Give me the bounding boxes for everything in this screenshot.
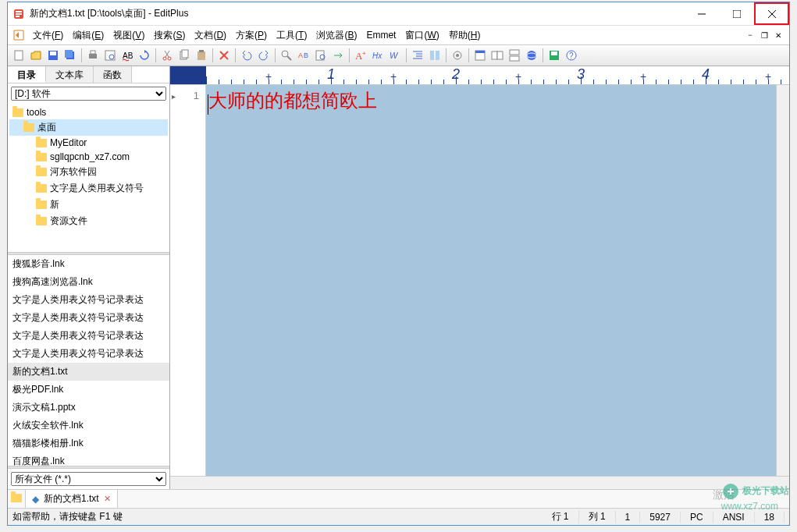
document-tab[interactable]: ◆ 新的文档1.txt ✕ xyxy=(25,489,118,509)
menu-item[interactable]: 编辑(E) xyxy=(68,28,109,42)
vertical-scrollbar[interactable] xyxy=(776,85,789,476)
copy-button[interactable] xyxy=(176,48,192,63)
file-list[interactable]: 搜狐影音.lnk搜狗高速浏览器.lnk文字是人类用表义符号记录表达文字是人类用表… xyxy=(8,255,169,466)
document-tabs: ◆ 新的文档1.txt ✕ xyxy=(8,489,789,508)
tree-item[interactable]: MyEditor xyxy=(9,136,168,150)
hex-button[interactable]: Hx xyxy=(370,48,386,63)
file-item[interactable]: 极光PDF.lnk xyxy=(8,381,169,399)
folder-icon[interactable] xyxy=(11,494,22,505)
svg-text:?: ? xyxy=(569,51,574,60)
svg-rect-5 xyxy=(733,10,741,18)
mdi-restore-button[interactable]: ❐ xyxy=(758,30,770,41)
file-item[interactable]: 新的文档1.txt xyxy=(8,363,169,381)
file-item[interactable]: 文字是人类用表义符号记录表达 xyxy=(8,309,169,327)
tree-item[interactable]: 资源文件 xyxy=(9,213,168,229)
svg-point-19 xyxy=(168,57,171,60)
help-button[interactable]: ? xyxy=(564,48,579,63)
file-item[interactable]: 文字是人类用表义符号记录表达 xyxy=(8,291,169,309)
print-button[interactable] xyxy=(85,48,101,63)
save-project-button[interactable] xyxy=(546,48,562,63)
maximize-button[interactable] xyxy=(719,2,754,25)
svg-line-29 xyxy=(287,56,291,60)
app-menu-icon[interactable] xyxy=(12,29,25,41)
file-item[interactable]: 火绒安全软件.lnk xyxy=(8,417,169,434)
splitter[interactable] xyxy=(8,466,169,469)
svg-rect-51 xyxy=(510,56,519,61)
drive-selector[interactable]: [D:] 软件 xyxy=(11,87,166,101)
column-button[interactable] xyxy=(427,48,443,63)
replace-button[interactable]: AB xyxy=(296,48,311,63)
window2-button[interactable] xyxy=(489,48,505,63)
menu-item[interactable]: Emmet xyxy=(361,28,400,42)
separator xyxy=(468,48,469,62)
find-button[interactable] xyxy=(279,48,294,63)
menu-item[interactable]: 文档(D) xyxy=(190,28,231,42)
tree-item[interactable]: 河东软件园 xyxy=(9,164,168,180)
tree-item[interactable]: tools xyxy=(9,105,168,119)
menu-item[interactable]: 帮助(H) xyxy=(444,28,486,42)
menu-item[interactable]: 方案(P) xyxy=(231,28,272,42)
svg-line-21 xyxy=(165,51,169,57)
menu-item[interactable]: 工具(T) xyxy=(272,28,311,42)
drive-dropdown[interactable]: [D:] 软件 xyxy=(11,87,166,101)
mdi-minimize-button[interactable]: － xyxy=(744,30,756,41)
indent-button[interactable] xyxy=(410,48,425,63)
menu-item[interactable]: 搜索(S) xyxy=(149,28,190,42)
svg-rect-3 xyxy=(16,16,20,17)
file-item[interactable]: 搜狗高速浏览器.lnk xyxy=(8,273,169,291)
save-all-button[interactable] xyxy=(62,48,78,63)
horizontal-scrollbar[interactable] xyxy=(170,476,789,489)
open-button[interactable] xyxy=(28,48,44,63)
paste-button[interactable] xyxy=(194,48,209,63)
mdi-close-button[interactable]: ✕ xyxy=(772,30,785,41)
font-increase-button[interactable]: A+ xyxy=(353,48,368,63)
text-editor[interactable]: 大师的的都想简欧上 xyxy=(206,85,776,476)
filter-dropdown[interactable]: 所有文件 (*.*) xyxy=(11,472,166,486)
wordwrap-button[interactable]: W xyxy=(387,48,403,63)
titlebar: 新的文档1.txt [D:\tools\桌面] - EditPlus xyxy=(8,2,789,26)
window1-button[interactable] xyxy=(472,48,488,63)
file-filter[interactable]: 所有文件 (*.*) xyxy=(11,472,166,486)
file-item[interactable]: 猫猫影楼相册.lnk xyxy=(8,434,169,452)
tab-close-button[interactable]: ✕ xyxy=(104,494,111,504)
tree-item[interactable]: 新 xyxy=(9,197,168,213)
svg-text:W: W xyxy=(390,51,399,60)
file-item[interactable]: 文字是人类用表义符号记录表达 xyxy=(8,327,169,345)
status-extra: 18 xyxy=(755,512,785,523)
browser-button[interactable] xyxy=(524,48,539,63)
print-preview-button[interactable] xyxy=(102,48,118,63)
tree-item[interactable]: sgllqpcnb_xz7.com xyxy=(9,150,168,164)
tree-item[interactable]: 桌面 xyxy=(9,119,168,136)
file-item[interactable]: 搜狐影音.lnk xyxy=(8,255,169,273)
delete-button[interactable] xyxy=(216,48,232,63)
new-file-button[interactable] xyxy=(11,48,27,63)
line-number: 1 xyxy=(194,90,199,101)
menu-item[interactable]: 文件(F) xyxy=(28,28,68,42)
settings-button[interactable] xyxy=(450,48,465,63)
tab-functions[interactable]: 函数 xyxy=(94,66,132,83)
close-button[interactable] xyxy=(754,2,789,25)
folder-tree[interactable]: tools桌面MyEditorsgllqpcnb_xz7.com河东软件园文字是… xyxy=(8,104,169,252)
cut-button[interactable] xyxy=(159,48,175,63)
redo-button[interactable] xyxy=(256,48,272,63)
tab-textlib[interactable]: 文本库 xyxy=(46,66,94,83)
svg-rect-2 xyxy=(16,13,22,15)
tab-directory[interactable]: 目录 xyxy=(8,66,46,83)
window-title: 新的文档1.txt [D:\tools\桌面] - EditPlus xyxy=(30,7,684,20)
separator xyxy=(406,48,407,62)
find-in-files-button[interactable] xyxy=(313,48,329,63)
menu-item[interactable]: 窗口(W) xyxy=(400,28,443,42)
menu-item[interactable]: 视图(V) xyxy=(109,28,149,42)
undo-button[interactable] xyxy=(239,48,254,63)
menu-item[interactable]: 浏览器(B) xyxy=(311,28,361,42)
minimize-button[interactable] xyxy=(684,2,719,25)
tree-item[interactable]: 文字是人类用表义符号 xyxy=(9,180,168,197)
file-item[interactable]: 百度网盘.lnk xyxy=(8,452,169,466)
window3-button[interactable] xyxy=(507,48,522,63)
goto-button[interactable] xyxy=(330,48,346,63)
file-item[interactable]: 文字是人类用表义符号记录表达 xyxy=(8,345,169,363)
spellcheck-button[interactable]: AB xyxy=(119,48,135,63)
refresh-button[interactable] xyxy=(137,48,152,63)
save-button[interactable] xyxy=(45,48,61,63)
file-item[interactable]: 演示文稿1.pptx xyxy=(8,399,169,417)
